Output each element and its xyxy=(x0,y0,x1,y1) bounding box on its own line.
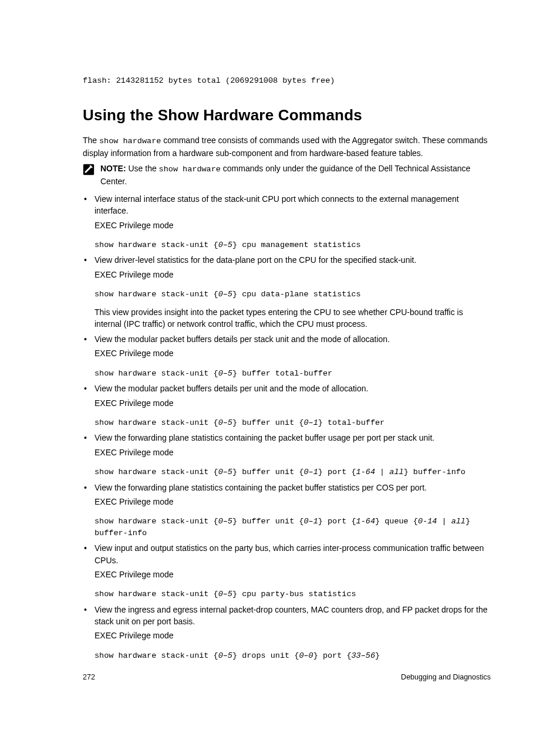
command-description: View the modular packet buffers details … xyxy=(95,333,491,345)
command-item: View the forwarding plane statistics con… xyxy=(83,482,491,539)
command-description: View the ingress and egress internal pac… xyxy=(95,604,491,628)
section-heading: Using the Show Hardware Commands xyxy=(83,104,491,127)
intro-paragraph: The show hardware command tree consists … xyxy=(83,134,491,159)
command-item: View internal interface status of the st… xyxy=(83,193,491,251)
note-label: NOTE: xyxy=(100,164,126,173)
command-description: View driver-level statistics for the dat… xyxy=(95,254,491,266)
command-syntax: show hardware stack-unit {0–5} buffer un… xyxy=(95,466,491,478)
command-description: View the forwarding plane statistics con… xyxy=(95,432,491,444)
command-description: View the forwarding plane statistics con… xyxy=(95,482,491,493)
command-description: View internal interface status of the st… xyxy=(95,193,491,217)
note-icon xyxy=(83,164,95,175)
command-mode: EXEC Privilege mode xyxy=(95,347,491,359)
intro-text-pre: The xyxy=(83,136,99,145)
footer-section: Debugging and Diagnostics xyxy=(401,672,491,682)
command-item: View the forwarding plane statistics con… xyxy=(83,432,491,478)
command-list: View internal interface status of the st… xyxy=(83,193,491,661)
command-mode: EXEC Privilege mode xyxy=(95,397,491,409)
note-text: NOTE: Use the show hardware commands onl… xyxy=(100,163,491,187)
intro-code: show hardware xyxy=(99,137,161,146)
command-mode: EXEC Privilege mode xyxy=(95,496,491,508)
command-item: View the ingress and egress internal pac… xyxy=(83,604,491,661)
command-mode: EXEC Privilege mode xyxy=(95,219,491,231)
command-syntax: show hardware stack-unit {0–5} drops uni… xyxy=(95,650,491,662)
page-footer: 272 Debugging and Diagnostics xyxy=(83,672,491,682)
command-item: View input and output statistics on the … xyxy=(83,542,491,600)
note-pre: Use the xyxy=(126,164,159,173)
command-description: View input and output statistics on the … xyxy=(95,542,491,566)
command-item: View driver-level statistics for the dat… xyxy=(83,254,491,330)
command-mode: EXEC Privilege mode xyxy=(95,630,491,641)
command-item: View the modular packet buffers details … xyxy=(83,333,491,379)
command-syntax: show hardware stack-unit {0–5} cpu manag… xyxy=(95,239,491,251)
command-mode: EXEC Privilege mode xyxy=(95,569,491,580)
command-mode: EXEC Privilege mode xyxy=(95,447,491,458)
document-page: flash: 2143281152 bytes total (206929100… xyxy=(0,0,560,661)
command-description: View the modular packet buffers details … xyxy=(95,383,491,394)
note-code: show hardware xyxy=(159,165,221,174)
command-syntax: show hardware stack-unit {0–5} cpu data-… xyxy=(95,289,491,300)
command-syntax: show hardware stack-unit {0–5} buffer un… xyxy=(95,417,491,429)
command-mode: EXEC Privilege mode xyxy=(95,269,491,280)
note-callout: NOTE: Use the show hardware commands onl… xyxy=(83,163,491,187)
command-syntax: show hardware stack-unit {0–5} buffer un… xyxy=(95,516,491,539)
page-number: 272 xyxy=(83,672,95,682)
command-item: View the modular packet buffers details … xyxy=(83,383,491,428)
command-syntax: show hardware stack-unit {0–5} cpu party… xyxy=(95,589,491,600)
command-post-note: This view provides insight into the pack… xyxy=(95,306,491,330)
command-syntax: show hardware stack-unit {0–5} buffer to… xyxy=(95,368,491,380)
preformatted-output: flash: 2143281152 bytes total (206929100… xyxy=(83,75,491,87)
